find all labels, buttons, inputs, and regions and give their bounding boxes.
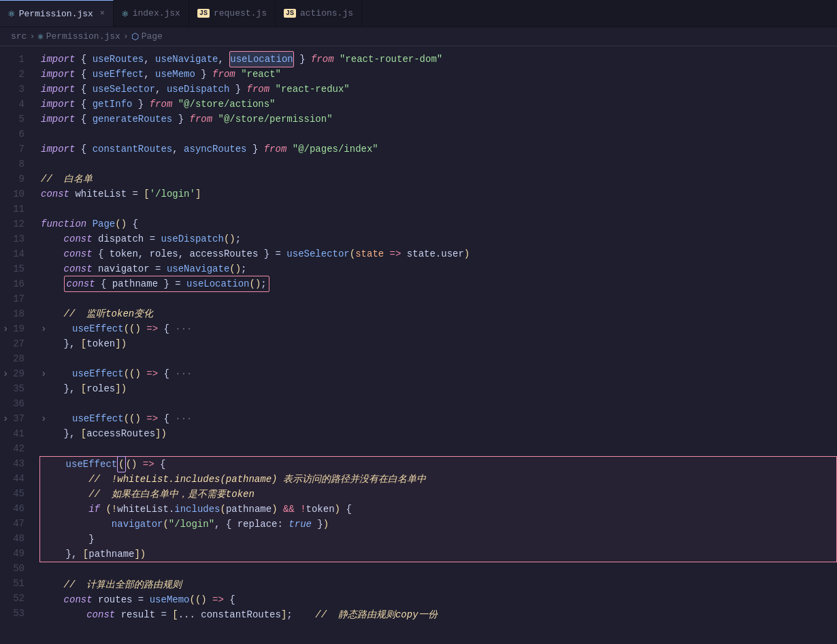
code-line-42: [38, 441, 837, 456]
js-icon: JS: [284, 9, 296, 18]
code-line-28: [38, 351, 837, 366]
tab-index[interactable]: ⚛ index.jsx: [114, 0, 189, 27]
code-line-37: › useEffect(() => { ···: [38, 411, 837, 426]
code-line-1: import { useRoutes, useNavigate, useLoca…: [38, 52, 837, 67]
code-line-44: // !whiteList.includes(pathname) 表示访问的路径…: [40, 472, 836, 487]
js-icon: JS: [197, 9, 210, 18]
code-line-53: const result = [... constantRoutes]; // …: [38, 607, 837, 622]
code-line-10: const whiteList = ['/login']: [38, 187, 837, 202]
code-line-19: › useEffect(() => { ···: [38, 321, 837, 336]
tab-bar: ⚛ Permission.jsx × ⚛ index.jsx JS reques…: [0, 0, 837, 27]
code-line-5: import { generateRoutes } from "@/store/…: [38, 112, 837, 127]
code-line-45: // 如果在白名单中，是不需要token: [40, 487, 836, 502]
react-icon: ⚛: [122, 7, 129, 20]
code-line-15: const navigator = useNavigate();: [38, 261, 837, 276]
code-line-49: }, [pathname]): [40, 547, 836, 562]
breadcrumb-src: src: [11, 31, 27, 42]
code-line-16: const { pathname } = useLocation();: [38, 276, 837, 291]
editor: 1 2 3 4 5 6 7 8 9 10 11 12 13 14 15 16 1…: [0, 46, 837, 644]
code-line-4: import { getInfo } from "@/store/actions…: [38, 97, 837, 112]
line-numbers: 1 2 3 4 5 6 7 8 9 10 11 12 13 14 15 16 1…: [0, 46, 33, 644]
breadcrumb-symbol: ⬡: [131, 31, 139, 42]
code-line-17: [38, 291, 837, 306]
code-line-48: }: [40, 532, 836, 547]
react-icon: ⚛: [8, 7, 15, 20]
tab-label: index.jsx: [133, 8, 180, 18]
code-line-14: const { token, roles, accessRoutes } = u…: [38, 246, 837, 261]
breadcrumb-file: Permission.jsx: [46, 31, 120, 42]
code-line-47: navigator("/login", { replace: true }): [40, 517, 836, 532]
code-line-52: const routes = useMemo(() => {: [38, 592, 837, 607]
code-line-51: // 计算出全部的路由规则: [38, 577, 837, 592]
code-line-3: import { useSelector, useDispatch } from…: [38, 82, 837, 97]
code-line-9: // 白名单: [38, 172, 837, 187]
tab-actions[interactable]: JS actions.js: [276, 0, 362, 27]
code-line-41: }, [accessRoutes]): [38, 426, 837, 441]
code-line-46: if (!whiteList.includes(pathname) && !to…: [40, 502, 836, 517]
tab-request[interactable]: JS request.js: [189, 0, 276, 27]
code-line-7: import { constantRoutes, asyncRoutes } f…: [38, 142, 837, 157]
code-line-27: }, [token]): [38, 336, 837, 351]
code-line-12: function Page() {: [38, 216, 837, 231]
code-line-50: [38, 562, 837, 577]
code-line-36: [38, 396, 837, 411]
code-content: import { useRoutes, useNavigate, useLoca…: [33, 46, 837, 644]
code-line-35: }, [roles]): [38, 381, 837, 396]
tab-permission[interactable]: ⚛ Permission.jsx ×: [0, 0, 114, 27]
tab-close-button[interactable]: ×: [100, 9, 105, 18]
code-line-6: [38, 127, 837, 142]
code-line-8: [38, 157, 837, 172]
code-line-29: › useEffect(() => { ···: [38, 366, 837, 381]
tab-label: request.js: [214, 8, 267, 18]
breadcrumb-page: Page: [142, 31, 163, 42]
code-line-11: [38, 202, 837, 216]
tab-label: actions.js: [300, 8, 353, 18]
tab-label: Permission.jsx: [19, 9, 93, 19]
breadcrumb: src › ⚛ Permission.jsx › ⬡ Page: [0, 27, 837, 46]
code-line-18: // 监听token变化: [38, 306, 837, 321]
code-line-13: const dispatch = useDispatch();: [38, 231, 837, 246]
code-line-43: useEffect(() => {: [40, 457, 836, 472]
code-line-2: import { useEffect, useMemo } from "reac…: [38, 67, 837, 82]
